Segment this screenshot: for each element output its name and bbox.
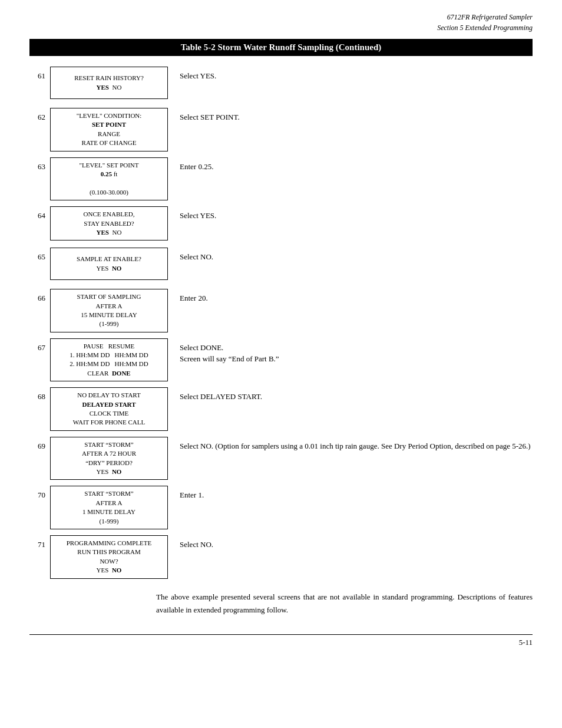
instruction-text: Select NO. bbox=[168, 248, 533, 263]
row-number: 71 bbox=[29, 535, 50, 549]
row-number: 69 bbox=[29, 437, 50, 451]
table-row: 65 SAMPLE AT ENABLE? YES NO Select NO. bbox=[29, 248, 533, 283]
row-number: 70 bbox=[29, 486, 50, 500]
table-row: 62 "LEVEL" CONDITION: SET POINT RANGE RA… bbox=[29, 108, 533, 151]
table-row: 66 START OF SAMPLING AFTER A 15 MINUTE D… bbox=[29, 289, 533, 332]
header-line1: 6712FR Refrigerated Sampler bbox=[29, 12, 533, 22]
instruction-text: Select NO. (Option for samplers using a … bbox=[168, 437, 533, 452]
header-line2: Section 5 Extended Programming bbox=[29, 22, 533, 33]
screen-display: START OF SAMPLING AFTER A 15 MINUTE DELA… bbox=[50, 289, 168, 332]
row-number: 61 bbox=[29, 67, 50, 81]
table-row: 61 RESET RAIN HISTORY? YES NO Select YES… bbox=[29, 67, 533, 102]
row-number: 67 bbox=[29, 338, 50, 353]
row-number: 62 bbox=[29, 108, 50, 122]
row-number: 64 bbox=[29, 206, 50, 220]
screen-display: PROGRAMMING COMPLETE RUN THIS PROGRAM NO… bbox=[50, 535, 168, 579]
screen-display: RESET RAIN HISTORY? YES NO bbox=[50, 67, 168, 99]
screen-display: ONCE ENABLED, STAY ENABLED? YES NO bbox=[50, 206, 168, 241]
footer-paragraph: The above example presented several scre… bbox=[29, 591, 533, 617]
instruction-text: Enter 20. bbox=[168, 289, 533, 304]
instruction-text: Select SET POINT. bbox=[168, 108, 533, 123]
table-title: Table 5-2 Storm Water Runoff Sampling (C… bbox=[29, 39, 533, 56]
instruction-text: Select YES. bbox=[168, 67, 533, 82]
screen-display: "LEVEL" SET POINT 0.25 ft (0.100-30.000) bbox=[50, 157, 168, 201]
instruction-text: Select DONE. Screen will say “End of Par… bbox=[168, 338, 533, 365]
table-row: 68 NO DELAY TO START DELAYED START CLOCK… bbox=[29, 387, 533, 431]
page-number: 5-11 bbox=[519, 638, 533, 647]
instruction-text: Select YES. bbox=[168, 206, 533, 222]
table-body: 61 RESET RAIN HISTORY? YES NO Select YES… bbox=[29, 67, 533, 579]
instruction-text: Enter 1. bbox=[168, 486, 533, 501]
instruction-text: Select DELAYED START. bbox=[168, 387, 533, 403]
screen-display: PAUSE RESUME 1. HH:MM DD HH:MM DD 2. HH:… bbox=[50, 338, 168, 382]
table-row: 71 PROGRAMMING COMPLETE RUN THIS PROGRAM… bbox=[29, 535, 533, 579]
screen-display: START “STORM” AFTER A 1 MINUTE DELAY (1-… bbox=[50, 486, 168, 529]
instruction-text: Select NO. bbox=[168, 535, 533, 551]
page-header: 6712FR Refrigerated Sampler Section 5 Ex… bbox=[29, 12, 533, 33]
instruction-text: Enter 0.25. bbox=[168, 157, 533, 173]
row-number: 68 bbox=[29, 387, 50, 401]
row-number: 66 bbox=[29, 289, 50, 303]
row-number: 63 bbox=[29, 157, 50, 172]
table-row: 69 START “STORM” AFTER A 72 HOUR “DRY” P… bbox=[29, 437, 533, 480]
screen-display: START “STORM” AFTER A 72 HOUR “DRY” PERI… bbox=[50, 437, 168, 480]
table-row: 64 ONCE ENABLED, STAY ENABLED? YES NO Se… bbox=[29, 206, 533, 242]
screen-display: NO DELAY TO START DELAYED START CLOCK TI… bbox=[50, 387, 168, 431]
screen-display: "LEVEL" CONDITION: SET POINT RANGE RATE … bbox=[50, 108, 168, 151]
row-number: 65 bbox=[29, 248, 50, 262]
page-footer: 5-11 bbox=[29, 634, 533, 647]
table-row: 70 START “STORM” AFTER A 1 MINUTE DELAY … bbox=[29, 486, 533, 529]
table-row: 63 "LEVEL" SET POINT 0.25 ft (0.100-30.0… bbox=[29, 157, 533, 201]
screen-display: SAMPLE AT ENABLE? YES NO bbox=[50, 248, 168, 280]
table-row: 67 PAUSE RESUME 1. HH:MM DD HH:MM DD 2. … bbox=[29, 338, 533, 382]
